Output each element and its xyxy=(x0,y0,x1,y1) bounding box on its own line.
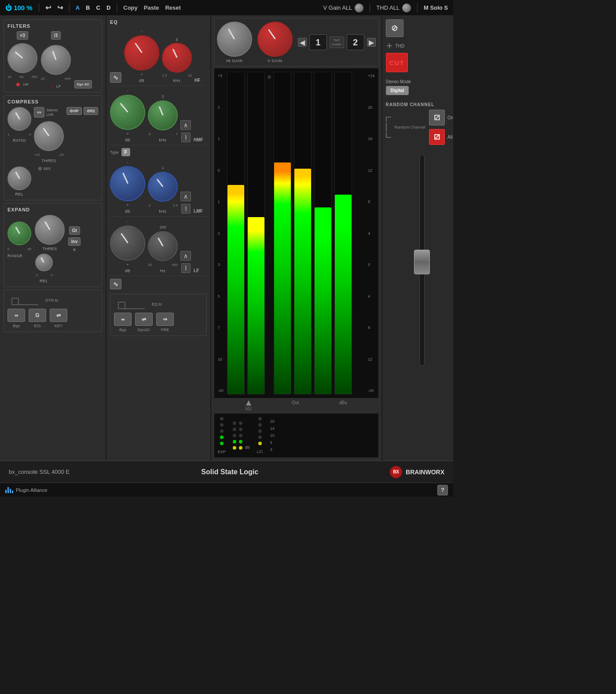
lf-freq-knob[interactable] xyxy=(148,231,178,261)
filters-right-col: /3 22 kHz LP xyxy=(41,31,71,89)
vgain-all-label: V Gain ALL xyxy=(323,4,364,12)
lmf-shelf-button[interactable]: ⌇ xyxy=(181,204,191,214)
inv-button[interactable]: Inv xyxy=(68,237,81,246)
lmf-type-f-button[interactable]: F xyxy=(121,148,130,156)
right-channel-number: 2 xyxy=(347,34,364,50)
paste-button[interactable]: Paste xyxy=(144,4,159,11)
filters-hp-knob[interactable] xyxy=(3,39,41,77)
hf-db-label: dB xyxy=(139,78,144,83)
in-gain-knob[interactable] xyxy=(217,22,252,57)
tmt-badge: TMT inside xyxy=(330,37,344,48)
random-one-button[interactable]: ⚂ xyxy=(429,110,445,126)
cut-button[interactable]: CUT xyxy=(386,53,408,72)
ratio-label: RATIO xyxy=(13,138,26,143)
hf-gain-knob[interactable] xyxy=(123,34,161,72)
lf-filter-shape-button[interactable]: ∿ xyxy=(110,279,121,289)
out-left-bar xyxy=(274,72,291,395)
compress-thres-knob[interactable] xyxy=(33,120,65,152)
key-button[interactable]: ⇌ xyxy=(50,309,67,322)
phase-button[interactable]: ⊘ xyxy=(386,19,403,37)
bracket-mid xyxy=(386,123,391,132)
random-all-button[interactable]: ⚂ xyxy=(429,129,445,145)
hp-filter-button[interactable]: ⊘HP xyxy=(66,107,82,115)
fader-thumb[interactable] xyxy=(414,250,430,274)
dyn-byp-button[interactable]: ⇔ xyxy=(7,309,25,322)
key-col: ⇌ KEY xyxy=(50,309,67,328)
preset-d-button[interactable]: D xyxy=(106,4,110,11)
rel-label: REL xyxy=(15,192,23,196)
expand-rel-knob[interactable] xyxy=(35,254,53,271)
hf-freq-knob[interactable] xyxy=(161,41,193,74)
fader-section: 10 5 0 5 10 20 30 40 ∞ xyxy=(386,155,453,457)
help-button[interactable]: ? xyxy=(437,485,448,495)
compress-rel-knob[interactable] xyxy=(7,166,31,190)
eg-button[interactable]: G xyxy=(29,309,46,322)
dyn-sc-button[interactable]: Dyn SC xyxy=(74,80,92,89)
lf-shape-button1[interactable]: ∧ xyxy=(180,251,191,261)
db-label: dB xyxy=(245,445,250,450)
v-gain-knob[interactable] xyxy=(256,20,294,59)
stereo-link-button[interactable]: ⇔ xyxy=(34,107,44,118)
left-channel-number: 1 xyxy=(309,34,327,50)
vu-arrow-icon xyxy=(246,400,251,406)
preset-c-button[interactable]: C xyxy=(96,4,100,11)
next-channel-button[interactable]: ▶ xyxy=(367,38,376,47)
undo-button[interactable]: ↩ xyxy=(45,4,51,12)
vu-right-fill xyxy=(248,217,264,394)
reset-button[interactable]: Reset xyxy=(165,4,180,11)
lmf-gain-knob[interactable] xyxy=(109,165,147,203)
expand-thres-knob[interactable] xyxy=(35,215,65,245)
preset-a-button[interactable]: A xyxy=(76,4,80,11)
led-lc-6 xyxy=(258,436,262,439)
thd-all-label: THD ALL xyxy=(376,4,411,12)
redo-button[interactable]: ↪ xyxy=(57,4,63,12)
filters-lp-knob[interactable] xyxy=(39,43,73,78)
div3-button[interactable]: /3 xyxy=(51,31,61,40)
lf-minus: - xyxy=(127,219,128,224)
compress-left: 1 ∞ RATIO xyxy=(7,107,31,143)
compress-ratio-knob[interactable] xyxy=(7,107,31,131)
eq-byp-button[interactable]: ⇔ xyxy=(114,313,132,326)
x3-button[interactable]: ×3 xyxy=(17,31,28,40)
hf-shape-button[interactable]: ∿ xyxy=(110,72,121,83)
thd-all-knob[interactable] xyxy=(402,4,411,12)
lf-gain-col: - + dB xyxy=(110,219,145,273)
led-db-r-10 xyxy=(239,434,242,437)
copy-button[interactable]: Copy xyxy=(123,4,138,11)
lf-gain-knob[interactable] xyxy=(109,224,147,262)
random-one-row: Random Channel ⚂ One ⚂ All xyxy=(386,110,453,145)
led-lc-20 xyxy=(258,417,262,421)
bottom-bar: bx_console SSL 4000 E Solid State Logic … xyxy=(0,461,453,483)
expand-knob[interactable] xyxy=(7,221,31,245)
eq-dynsc-button[interactable]: ⇌ xyxy=(135,313,153,326)
gt-button[interactable]: Gt xyxy=(69,226,80,235)
lf-shape-button2[interactable]: ⌇ xyxy=(181,263,191,273)
level-14: 14 xyxy=(270,426,275,431)
led-db-right xyxy=(239,421,242,450)
plugin-name: bx_console SSL 4000 E xyxy=(9,469,70,475)
eq-pre-button[interactable]: ⇒ xyxy=(156,313,174,326)
hmf-gain-knob[interactable] xyxy=(107,92,148,133)
separator xyxy=(117,4,117,12)
vgain-all-knob[interactable] xyxy=(355,4,363,12)
led-db-r-20 xyxy=(239,421,242,425)
lmf-freq-knob[interactable] xyxy=(146,170,180,204)
lf-db-label: dB xyxy=(125,269,130,273)
hmf-freq-knob[interactable] xyxy=(146,99,180,133)
in-gain-label: IN GAIN xyxy=(226,59,242,63)
hf-plus: + xyxy=(140,72,143,77)
lmf-bell-button[interactable]: ∧ xyxy=(180,192,191,201)
hf-band: ∿ - + dB 8 1.5 16 kHz xyxy=(110,26,207,86)
digital-button[interactable]: Digital xyxy=(386,86,409,95)
random-buttons: ⚂ One ⚂ All xyxy=(429,110,453,145)
vu-meter-section: +3 2 1 0 1 2 3 5 7 10 -20 xyxy=(214,68,379,399)
hmf-bell-button[interactable]: ∧ xyxy=(180,120,191,130)
hmf-shelf-button[interactable]: ⌇ xyxy=(181,133,191,142)
r2-button[interactable]: ⊘R2 xyxy=(84,107,99,115)
dbu-label: dBu xyxy=(339,400,347,411)
prev-channel-button[interactable]: ◀ xyxy=(298,38,307,47)
preset-b-button[interactable]: B xyxy=(86,4,90,11)
power-button[interactable]: ⏻ 100 % xyxy=(5,4,33,11)
toolbar: ⏻ 100 % ↩ ↪ A B C D Copy Paste Reset V G… xyxy=(0,0,453,16)
dbu-right-bar xyxy=(334,72,352,395)
